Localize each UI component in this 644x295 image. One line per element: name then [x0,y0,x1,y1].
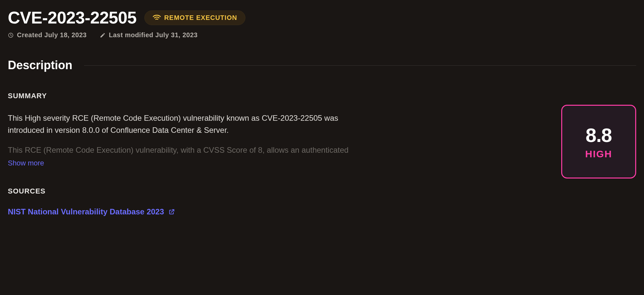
modified-meta: Last modified July 31, 2023 [100,31,198,39]
summary-paragraph-2: This RCE (Remote Code Execution) vulnera… [8,144,353,156]
external-link-icon [168,209,175,215]
cvss-score-value: 8.8 [586,124,612,147]
summary-heading: SUMMARY [8,92,548,100]
show-more-link[interactable]: Show more [8,159,44,167]
created-text: Created July 18, 2023 [17,31,87,39]
pencil-icon [100,32,106,38]
description-header: Description [8,58,636,72]
wifi-icon [153,14,161,21]
meta-row: Created July 18, 2023 Last modified July… [8,31,636,39]
source-link-nist[interactable]: NIST National Vulnerability Database 202… [8,207,175,216]
modified-text: Last modified July 31, 2023 [109,31,198,39]
source-link-label: NIST National Vulnerability Database 202… [8,207,164,216]
badge-label: REMOTE EXECUTION [164,14,237,22]
content-row: SUMMARY This High severity RCE (Remote C… [8,92,636,216]
header-row: CVE-2023-22505 REMOTE EXECUTION [8,8,636,27]
cve-title: CVE-2023-22505 [8,8,137,27]
cvss-score-label: HIGH [585,148,612,160]
content-left: SUMMARY This High severity RCE (Remote C… [8,92,548,216]
cvss-score-box: 8.8 HIGH [561,105,636,179]
clock-icon [8,32,14,38]
remote-execution-badge: REMOTE EXECUTION [144,10,245,25]
created-meta: Created July 18, 2023 [8,31,87,39]
sources-heading: SOURCES [8,187,548,195]
description-title: Description [8,58,72,72]
section-divider [84,65,636,66]
summary-paragraph-1: This High severity RCE (Remote Code Exec… [8,112,353,136]
